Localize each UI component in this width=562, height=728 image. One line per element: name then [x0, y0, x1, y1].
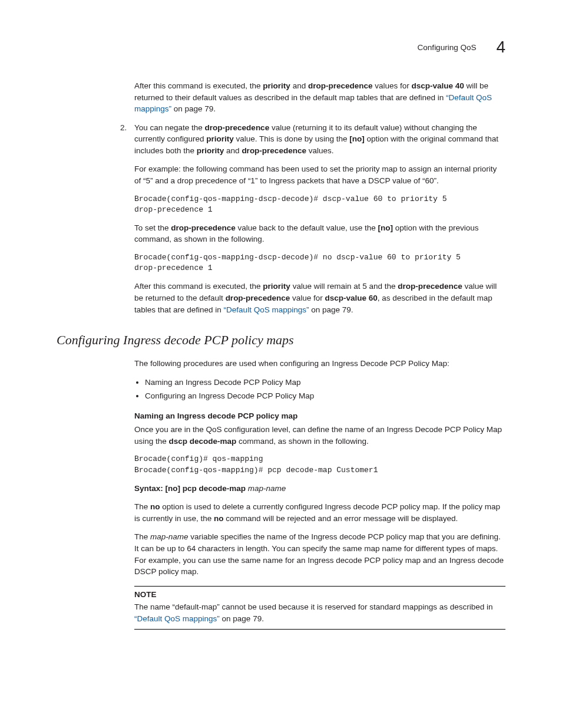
para: Once you are in the QoS configuration le…	[134, 424, 505, 447]
para: The no option is used to delete a curren…	[134, 501, 505, 524]
note-body: The name “default-map” cannot be used be…	[134, 601, 505, 624]
para: After this command is executed, the prio…	[134, 80, 505, 115]
note-heading: NOTE	[134, 589, 505, 601]
link-default-qos-2[interactable]: “Default QoS mappings”	[224, 305, 309, 314]
para: For example: the following command has b…	[134, 163, 505, 186]
divider	[134, 586, 505, 587]
code-block: Brocade(config-qos-mapping-dscp-decode)#…	[134, 252, 505, 274]
subheading: Naming an Ingress decode PCP policy map	[134, 410, 505, 422]
list-item: Configuring an Ingress Decode PCP Policy…	[145, 390, 505, 402]
syntax-line: Syntax: [no] pcp decode-map map-name	[134, 483, 505, 495]
chapter-number: 4	[496, 35, 505, 60]
divider	[134, 629, 505, 630]
list-item: Naming an Ingress Decode PCP Policy Map	[145, 377, 505, 388]
bullet-list: Naming an Ingress Decode PCP Policy Map …	[134, 377, 505, 402]
code-block: Brocade(config-qos-mapping-dscp-decode)#…	[134, 194, 505, 215]
section-heading: Configuring Ingress decode PCP policy ma…	[57, 331, 505, 350]
para: The following procedures are used when c…	[134, 358, 505, 370]
list-item-2: 2. You can negate the drop-precedence va…	[120, 122, 505, 315]
para: After this command is executed, the prio…	[134, 281, 505, 315]
running-header: Configuring QoS	[418, 42, 477, 54]
para: You can negate the drop-precedence value…	[134, 122, 505, 157]
para: To set the drop-precedence value back to…	[134, 222, 505, 245]
para: The map-name variable specifies the name…	[134, 531, 505, 577]
link-default-qos-3[interactable]: “Default QoS mappings”	[134, 614, 220, 623]
code-block: Brocade(config)# qos-mapping Brocade(con…	[134, 454, 505, 475]
